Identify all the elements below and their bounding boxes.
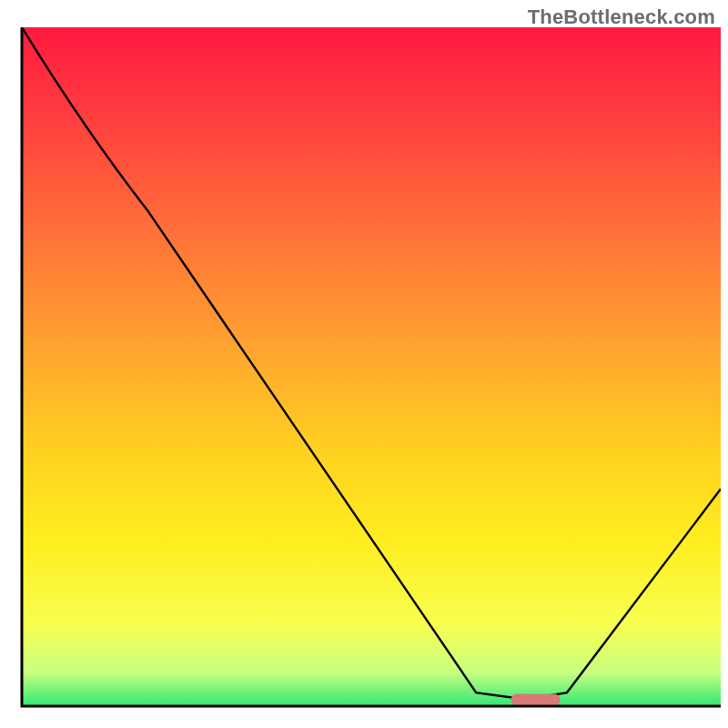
gradient-background (22, 27, 721, 706)
chart-svg (0, 0, 728, 728)
bottleneck-chart: TheBottleneck.com (0, 0, 728, 728)
watermark-label: TheBottleneck.com (528, 5, 715, 29)
optimal-point-marker (511, 694, 561, 706)
